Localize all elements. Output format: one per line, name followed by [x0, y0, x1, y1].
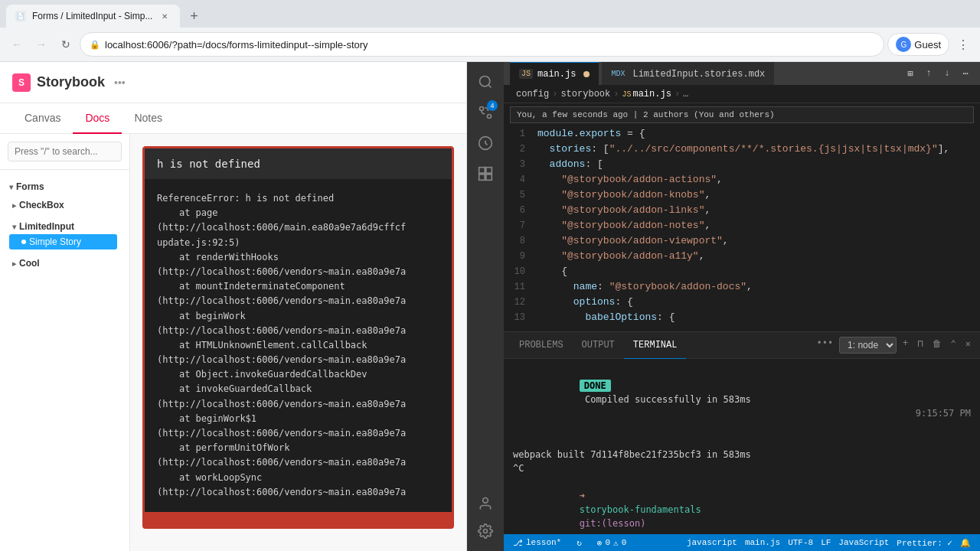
- tab-title: Forms / LimitedInput - Simp...: [32, 11, 152, 21]
- status-line-ending[interactable]: LF: [818, 538, 834, 548]
- status-errors[interactable]: ⊗ 0 ⚠ 0: [594, 538, 629, 548]
- vscode-panel: JS main.js MDX LimitedInput.stories.mdx …: [504, 62, 980, 551]
- split-editor-button[interactable]: ⊞: [902, 65, 919, 82]
- compiled-msg: Compiled successfully in 583ms: [580, 394, 751, 405]
- group-cool: ▸ Cool: [6, 253, 123, 274]
- storybook-logo-icon: S: [12, 73, 31, 92]
- activity-settings-icon[interactable]: [472, 517, 499, 545]
- add-terminal-button[interactable]: +: [900, 337, 911, 354]
- back-button[interactable]: ←: [6, 34, 28, 55]
- language-name: javascript: [687, 538, 737, 547]
- storybook-content: ▾ Forms ▸ CheckBox: [0, 134, 466, 551]
- storybook-logo-text: Storybook: [37, 74, 105, 90]
- terminal-tab[interactable]: TERMINAL: [624, 332, 687, 359]
- bc-mainjs[interactable]: JSmain.js: [622, 89, 671, 99]
- maximize-panel-button[interactable]: ⌃: [948, 337, 959, 354]
- editor-line: 12 options: {: [504, 295, 980, 310]
- address-bar[interactable]: 🔒 localhost:6006/?path=/docs/forms-limit…: [80, 32, 884, 57]
- bc-storybook[interactable]: storybook: [560, 89, 610, 99]
- group-cool-header[interactable]: ▸ Cool: [9, 256, 117, 271]
- directory-name: storybook-fundamentals: [580, 504, 707, 515]
- prompt-arrow: ➜: [580, 491, 596, 501]
- split-terminal-button[interactable]: ⊓: [914, 337, 926, 354]
- code-editor[interactable]: 1 module.exports = { 2 stories: ["../../…: [504, 126, 980, 331]
- storybook-menu-button[interactable]: •••: [114, 77, 126, 89]
- status-sync[interactable]: ↻: [573, 538, 585, 548]
- status-formatter[interactable]: Prettier: ✓: [893, 538, 956, 548]
- tab-close-btn[interactable]: ✕: [158, 10, 171, 22]
- status-encoding[interactable]: UTF-8: [785, 538, 816, 548]
- new-tab-button[interactable]: +: [183, 5, 204, 27]
- svg-line-1: [488, 85, 492, 88]
- terminal-line: ^C: [513, 461, 971, 475]
- editor-line: 11 name: "@storybook/addon-docs",: [504, 279, 980, 295]
- status-file[interactable]: main.js: [742, 538, 783, 548]
- bc-ellipsis[interactable]: …: [683, 89, 688, 99]
- problems-tab[interactable]: PROBLEMS: [510, 332, 573, 359]
- status-language[interactable]: javascript: [684, 538, 740, 548]
- browser-menu-button[interactable]: ⋮: [952, 34, 974, 55]
- profile-button[interactable]: G Guest: [887, 33, 949, 56]
- activity-debug-icon[interactable]: [472, 129, 499, 157]
- search-input[interactable]: [8, 142, 122, 161]
- close-panel-button[interactable]: ✕: [962, 337, 974, 354]
- js-breadcrumb-icon: JS: [622, 90, 631, 99]
- language-mode: JavaScript: [838, 538, 889, 547]
- chevron-down-icon-2: ▾: [12, 223, 16, 231]
- status-branch[interactable]: ⎇ lesson*: [510, 538, 564, 548]
- storybook-nav-tabs: Canvas Docs Notes: [0, 103, 466, 134]
- statusbar-right: javascript main.js UTF-8 LF JavaScript: [684, 538, 974, 548]
- titlebar-actions: ⊞ ↑ ↓ ⋯: [902, 65, 974, 82]
- activity-search-icon[interactable]: [472, 68, 499, 96]
- js-file-icon: JS: [519, 69, 533, 79]
- vscode-terminal: PROBLEMS OUTPUT TERMINAL ••• 1: node + ⊓…: [504, 331, 980, 534]
- group-limitedinput-header[interactable]: ▾ LimitedInput: [9, 219, 117, 234]
- more-options-button[interactable]: ⋯: [957, 65, 974, 82]
- editor-tab-main-js[interactable]: JS main.js: [510, 62, 599, 85]
- browser-toolbar: ← → ↻ 🔒 localhost:6006/?path=/docs/forms…: [0, 28, 980, 61]
- limitedinput-label: LimitedInput: [19, 221, 74, 232]
- trash-terminal-button[interactable]: 🗑: [929, 337, 945, 354]
- activity-source-control-icon[interactable]: 4: [472, 99, 499, 126]
- warning-count: 0: [622, 538, 627, 547]
- svg-rect-6: [479, 174, 485, 181]
- editor-tab-limitedinput-stories[interactable]: MDX LimitedInput.stories.mdx: [602, 62, 774, 85]
- activity-account-icon[interactable]: [472, 490, 499, 517]
- branch-name: lesson*: [526, 538, 561, 547]
- encoding-value: UTF-8: [788, 538, 813, 547]
- tab-canvas[interactable]: Canvas: [12, 103, 73, 134]
- bc-config[interactable]: config: [516, 89, 549, 99]
- warning-icon: ⚠: [613, 538, 619, 548]
- reload-button[interactable]: ↻: [55, 34, 77, 55]
- group-checkbox-header[interactable]: ▸ CheckBox: [9, 197, 117, 213]
- vscode-statusbar: ⎇ lesson* ↻ ⊗ 0 ⚠ 0 javascript: [504, 534, 980, 551]
- terminal-selector[interactable]: 1: node: [839, 337, 897, 354]
- error-icon: ⊗: [597, 538, 603, 548]
- tab-notes[interactable]: Notes: [122, 103, 175, 134]
- browser-tabs: 📄 Forms / LimitedInput - Simp... ✕ +: [0, 0, 980, 28]
- forward-button[interactable]: →: [31, 34, 52, 55]
- status-lang-mode[interactable]: JavaScript: [835, 538, 892, 548]
- editor-line: 8 "@storybook/addon-viewport",: [504, 233, 980, 249]
- group-forms: ▾ Forms ▸ CheckBox: [0, 176, 129, 277]
- simple-story-label: Simple Story: [29, 236, 81, 247]
- activity-extensions-icon[interactable]: [472, 160, 499, 187]
- status-notifications[interactable]: 🔔: [957, 538, 974, 548]
- error-container: h is not defined ReferenceError: h is no…: [142, 146, 454, 529]
- item-dot-icon: [21, 240, 26, 244]
- output-tab[interactable]: OUTPUT: [573, 332, 624, 359]
- vscode-titlebar: JS main.js MDX LimitedInput.stories.mdx …: [504, 62, 980, 85]
- terminal-line: DONE Compiled successfully in 583ms 9:15…: [513, 365, 971, 434]
- sidebar-item-simple-story[interactable]: Simple Story: [9, 234, 117, 249]
- profile-label: Guest: [914, 39, 941, 51]
- editor-line: 10 {: [504, 264, 980, 279]
- active-tab[interactable]: 📄 Forms / LimitedInput - Simp... ✕: [6, 5, 180, 28]
- next-change-button[interactable]: ↓: [939, 65, 956, 82]
- component-tree: ▾ Forms ▸ CheckBox: [0, 170, 129, 283]
- activity-bottom: [472, 490, 499, 545]
- more-panels-button[interactable]: •••: [813, 337, 836, 354]
- tab-docs[interactable]: Docs: [73, 103, 122, 134]
- group-forms-header[interactable]: ▾ Forms: [6, 179, 123, 194]
- previous-change-button[interactable]: ↑: [920, 65, 937, 82]
- search-container: [0, 134, 129, 170]
